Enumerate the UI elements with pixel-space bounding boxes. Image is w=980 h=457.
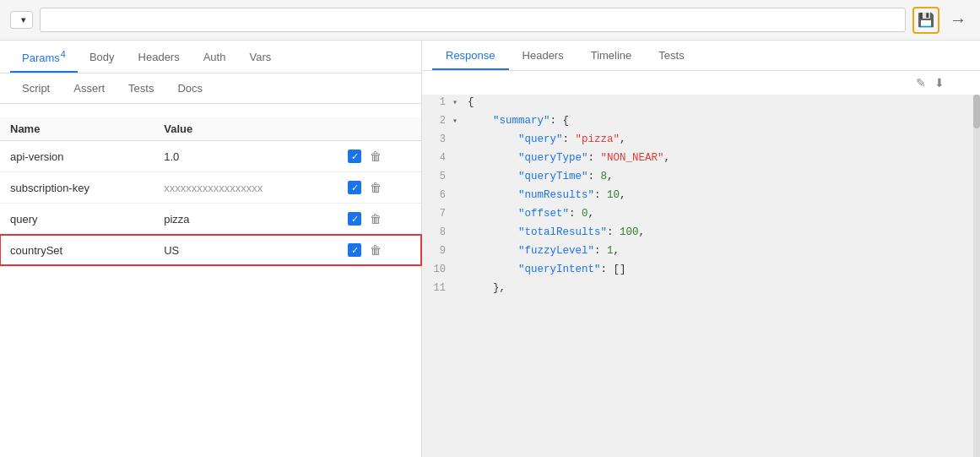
punct-token: , [620,189,626,201]
key-token: "totalResults" [518,226,607,238]
line-spacer [452,243,464,246]
punct-token: , [639,226,646,238]
indent-token [468,152,518,164]
param-value-cell[interactable]: pizza [154,204,338,235]
param-checkbox[interactable]: ✓ [348,181,361,194]
code-line: 4 "queryType": "NON_NEAR", [422,150,980,169]
key-token: "queryIntent" [518,264,601,275]
line-spacer [452,280,464,283]
tab-timeline[interactable]: Timeline [577,41,646,70]
tab-docs[interactable]: Docs [165,73,214,103]
url-input[interactable] [40,8,906,32]
param-value-cell[interactable]: 1.0 [154,141,338,172]
line-spacer [452,169,464,171]
tab-headers-right[interactable]: Headers [509,41,577,70]
code-line: 2▾ "summary": { [422,113,980,132]
param-delete-button[interactable]: 🗑 [370,181,382,194]
indent-token [468,245,518,257]
key-token: "query" [518,133,563,145]
indent-token [468,208,518,220]
tab-params[interactable]: Params4 [10,41,78,73]
scrollbar-thumb[interactable] [973,95,980,128]
indent-token [468,226,518,238]
tab-script[interactable]: Script [10,73,62,103]
tab-auth[interactable]: Auth [192,42,238,72]
line-spacer [452,150,464,153]
indent-token [468,189,518,201]
response-code-area: 1▾{2▾ "summary": {3 "query": "pizza",4 "… [422,95,980,457]
tab-body[interactable]: Body [78,42,127,72]
method-select[interactable]: ▾ [10,11,33,29]
indent-token [468,171,518,182]
table-row: countrySetUS ✓ 🗑 [0,235,421,266]
arrow-right-icon: → [950,10,966,29]
collapse-arrow-icon[interactable]: ▾ [452,95,464,107]
save-icon: 💾 [918,12,934,28]
brace-token: { [468,96,474,108]
param-delete-button[interactable]: 🗑 [370,212,382,226]
code-line: 1▾{ [422,95,980,113]
tab-vars[interactable]: Vars [237,42,283,72]
line-content: "queryTime": 8, [464,169,980,184]
num-token: 0 [582,208,588,220]
tab-response[interactable]: Response [432,41,509,70]
param-value-cell[interactable]: xxxxxxxxxxxxxxxxxx [154,172,338,204]
col-header-value: Value [154,117,338,141]
param-checkbox[interactable]: ✓ [348,243,361,257]
line-content: { [464,95,980,110]
collapse-arrow-icon[interactable]: ▾ [452,113,464,126]
save-button[interactable]: 💾 [912,7,939,34]
punct-token: , [620,133,626,145]
line-content: "fuzzyLevel": 1, [464,243,980,258]
indent-token [468,115,493,127]
line-content: "offset": 0, [464,206,980,221]
tab-tests-right[interactable]: Tests [645,41,697,70]
line-number: 9 [422,243,452,258]
param-checkbox[interactable]: ✓ [348,150,361,163]
param-checkbox[interactable]: ✓ [348,212,361,226]
line-number: 8 [422,225,452,240]
param-actions-cell: ✓ 🗑 [338,141,421,172]
scrollbar-track[interactable] [973,95,980,457]
table-row: querypizza ✓ 🗑 [0,204,421,235]
line-number: 11 [422,280,452,296]
line-spacer [452,132,464,134]
line-number: 7 [422,206,452,221]
tab-row-secondary: Script Assert Tests Docs [0,73,421,104]
edit-icon[interactable]: ✎ [916,76,926,90]
col-header-actions [338,117,421,141]
key-token: "offset" [518,208,569,220]
param-actions-cell: ✓ 🗑 [338,235,421,266]
punct-token: : [607,226,620,238]
right-tab-row: Response Headers Timeline Tests [422,41,980,71]
table-row: subscription-keyxxxxxxxxxxxxxxxxxx ✓ 🗑 [0,172,421,204]
param-delete-button[interactable]: 🗑 [370,150,382,163]
code-line: 7 "offset": 0, [422,206,980,225]
send-button[interactable]: → [946,10,970,30]
punct-token: : [588,171,601,182]
tab-assert[interactable]: Assert [62,73,116,103]
punct-token: , [664,152,671,164]
key-token: "numResults" [518,189,594,201]
line-number: 4 [422,150,452,166]
key-token: "summary" [493,115,550,127]
punct-token: , [607,171,614,182]
code-line: 8 "totalResults": 100, [422,225,980,243]
punct-token: : [594,245,607,257]
line-content: "query": "pizza", [464,132,980,147]
line-number: 10 [422,262,452,277]
punct-token: : [588,152,601,164]
param-value-cell[interactable]: US [154,235,338,266]
tab-row-primary: Params4 Body Headers Auth Vars [0,41,421,73]
top-bar: ▾ 💾 → [0,0,980,41]
code-line: 5 "queryTime": 8, [422,169,980,188]
param-delete-button[interactable]: 🗑 [370,243,382,257]
download-icon[interactable]: ⬇ [934,76,945,90]
param-actions-cell: ✓ 🗑 [338,204,421,235]
tab-tests-left[interactable]: Tests [116,73,165,103]
key-token: "queryTime" [518,171,588,182]
response-meta: ✎ ⬇ [422,71,980,95]
tab-headers-left[interactable]: Headers [127,42,192,72]
punct-token: : { [550,115,570,127]
line-content: "queryIntent": [] [464,262,980,277]
